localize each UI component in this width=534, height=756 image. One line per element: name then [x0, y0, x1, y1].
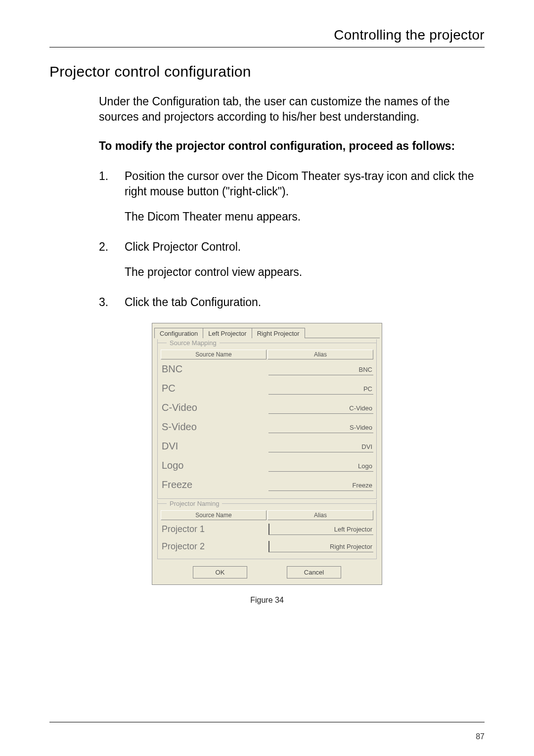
source-name: C-Video	[161, 399, 268, 417]
step-text: Position the cursor over the Dicom Theat…	[125, 170, 474, 198]
footer: 87	[49, 722, 485, 741]
source-name: S-Video	[161, 418, 268, 437]
alias-input-svideo[interactable]	[268, 422, 373, 433]
step-sub: The projector control view appears.	[125, 265, 485, 280]
groupbox-source-mapping: Source Mapping Source Name Alias BNC PC …	[157, 339, 377, 499]
alias-input-freeze[interactable]	[268, 480, 373, 491]
figure-caption: Figure 34	[250, 596, 284, 605]
alias-input-pc[interactable]	[268, 383, 373, 395]
procedure-heading: To modify the projector control configur…	[99, 138, 485, 154]
column-header-source-name: Source Name	[161, 510, 267, 520]
tab-configuration[interactable]: Configuration	[154, 328, 203, 338]
alias-input-logo[interactable]	[268, 460, 373, 472]
table-row: Projector 1	[161, 521, 373, 537]
table-row: DVI	[161, 438, 373, 456]
projector-name: Projector 1	[161, 521, 268, 537]
table-row: Logo	[161, 457, 373, 475]
source-name: PC	[161, 380, 268, 398]
column-header-alias: Alias	[267, 350, 373, 359]
ok-button[interactable]: OK	[193, 566, 247, 578]
tab-left-projector[interactable]: Left Projector	[203, 328, 252, 338]
step-text: Click Projector Control.	[125, 240, 241, 253]
source-name: DVI	[161, 438, 268, 456]
legend-source-mapping: Source Mapping	[167, 339, 220, 347]
alias-input-projector2[interactable]	[268, 541, 373, 552]
tab-right-projector[interactable]: Right Projector	[252, 328, 305, 338]
groupbox-projector-naming: Projector Naming Source Name Alias Proje…	[157, 500, 377, 559]
page-number: 87	[49, 732, 485, 741]
alias-input-cvideo[interactable]	[268, 402, 373, 414]
alias-input-bnc[interactable]	[268, 364, 373, 375]
step-number: 2.	[99, 239, 108, 255]
source-name: BNC	[161, 360, 268, 379]
table-row: S-Video	[161, 418, 373, 437]
table-row: Freeze	[161, 476, 373, 494]
list-item: 1. Position the cursor over the Dicom Th…	[99, 169, 485, 224]
table-row: Projector 2	[161, 538, 373, 555]
list-item: 2. Click Projector Control. The projecto…	[99, 239, 485, 280]
source-name: Freeze	[161, 476, 268, 494]
tabstrip: Configuration Left Projector Right Proje…	[154, 325, 380, 338]
column-header-source-name: Source Name	[161, 350, 267, 359]
step-number: 3.	[99, 295, 108, 310]
source-name: Logo	[161, 457, 268, 475]
alias-input-projector1[interactable]	[268, 524, 373, 535]
running-header: Controlling the projector	[49, 27, 485, 47]
section-title: Projector control configuration	[49, 63, 485, 80]
alias-input-dvi[interactable]	[268, 441, 373, 452]
step-text: Click the tab Configuration.	[125, 296, 261, 309]
procedure-list: 1. Position the cursor over the Dicom Th…	[99, 169, 485, 310]
step-number: 1.	[99, 169, 108, 184]
table-row: BNC	[161, 360, 373, 379]
table-row: PC	[161, 380, 373, 398]
config-dialog: Configuration Left Projector Right Proje…	[152, 323, 382, 585]
cancel-button[interactable]: Cancel	[287, 566, 341, 578]
list-item: 3. Click the tab Configuration.	[99, 295, 485, 310]
table-row: C-Video	[161, 399, 373, 417]
intro-paragraph: Under the Configuration tab, the user ca…	[99, 94, 485, 125]
step-sub: The Dicom Theater menu appears.	[125, 209, 485, 224]
column-header-alias: Alias	[267, 510, 373, 520]
projector-name: Projector 2	[161, 538, 268, 555]
legend-projector-naming: Projector Naming	[167, 500, 222, 507]
